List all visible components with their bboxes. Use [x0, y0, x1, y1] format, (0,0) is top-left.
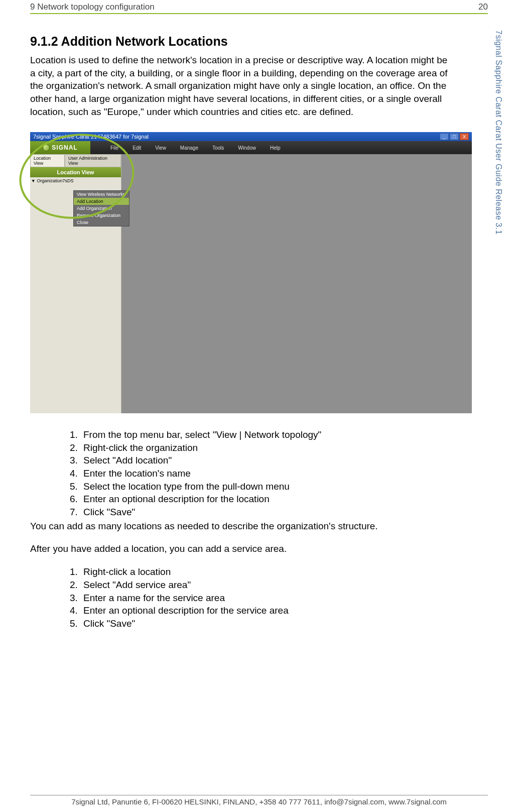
list-item: Select "Add service area" [80, 578, 448, 592]
list-item: Enter an optional description for the lo… [80, 493, 448, 506]
list-item: Right-click a location [80, 565, 448, 578]
tab-location-view[interactable]: Location View [30, 154, 65, 167]
minimize-button[interactable]: _ [440, 133, 449, 140]
menu-edit[interactable]: Edit [133, 145, 141, 151]
tree-root-node[interactable]: ▾ Organization7sDS [30, 177, 121, 184]
steps-list-1: From the top menu bar, select "View | Ne… [30, 428, 448, 518]
menu-items: File Edit View Manage Tools Window Help [90, 145, 281, 151]
ctx-remove-organization[interactable]: Remove Organization [74, 212, 129, 219]
ctx-close[interactable]: Close [74, 219, 129, 226]
window-buttons: _ □ X [440, 133, 469, 140]
list-item: Right-click the organization [80, 441, 448, 454]
logo-text: SIGNAL [52, 144, 77, 151]
page-footer: 7signal Ltd, Panuntie 6, FI-00620 HELSIN… [30, 795, 488, 806]
menu-help[interactable]: Help [270, 145, 281, 151]
page-header: 9 Network topology configuration 20 [30, 0, 488, 12]
note-after-steps1: You can add as many locations as needed … [30, 520, 448, 533]
app-logo: SIGNAL [30, 141, 90, 154]
sidebar-panel: Location View User Administration View L… [30, 154, 121, 413]
footer-text: 7signal Ltd, Panuntie 6, FI-00620 HELSIN… [30, 797, 488, 806]
menu-file[interactable]: File [110, 145, 118, 151]
content-pane [121, 154, 472, 413]
context-menu: View Wireless Networks Add Location Add … [73, 190, 130, 226]
list-item: Click "Save" [80, 506, 448, 519]
list-item: Enter the location's name [80, 467, 448, 480]
tab-user-admin[interactable]: User Administration View [65, 154, 121, 167]
ctx-add-organization[interactable]: Add Organization [74, 205, 129, 212]
list-item: Click "Save" [80, 617, 448, 630]
menu-window[interactable]: Window [238, 145, 256, 151]
menu-manage[interactable]: Manage [180, 145, 198, 151]
list-item: From the top menu bar, select "View | Ne… [80, 428, 448, 441]
list-item: Select "Add location" [80, 454, 448, 467]
collapse-icon[interactable]: ▾ [32, 178, 35, 183]
list-item: Enter an optional description for the se… [80, 604, 448, 617]
menu-view[interactable]: View [155, 145, 166, 151]
menu-tools[interactable]: Tools [212, 145, 224, 151]
location-view-header: Location View [30, 167, 121, 177]
close-button[interactable]: X [460, 133, 469, 140]
header-chapter: 9 Network topology configuration [30, 2, 155, 12]
tree-root-label: Organization7sDS [37, 178, 74, 183]
section-heading: 9.1.2 Addition Network Locations [30, 34, 448, 49]
doc-title-vertical: 7signal Sapphire Carat Carat User Guide … [494, 30, 503, 235]
steps-list-2: Right-click a location Select "Add servi… [30, 565, 448, 630]
ctx-add-location[interactable]: Add Location [74, 198, 129, 205]
after-text: After you have added a location, you can… [30, 543, 448, 554]
header-page-number: 20 [478, 2, 488, 12]
window-title: 7signal Sapphire Carat 2147483647 for 7s… [33, 134, 149, 140]
window-titlebar: 7signal Sapphire Carat 2147483647 for 7s… [30, 132, 472, 141]
list-item: Enter a name for the service area [80, 592, 448, 605]
ctx-view-wireless[interactable]: View Wireless Networks [74, 191, 129, 198]
logo-icon [43, 144, 50, 151]
footer-rule [30, 795, 488, 795]
app-screenshot: 7signal Sapphire Carat 2147483647 for 7s… [30, 132, 472, 413]
maximize-button[interactable]: □ [450, 133, 459, 140]
app-menu-bar: SIGNAL File Edit View Manage Tools Windo… [30, 141, 472, 154]
section-intro: Location is used to define the network's… [30, 54, 448, 118]
list-item: Select the location type from the pull-d… [80, 480, 448, 493]
